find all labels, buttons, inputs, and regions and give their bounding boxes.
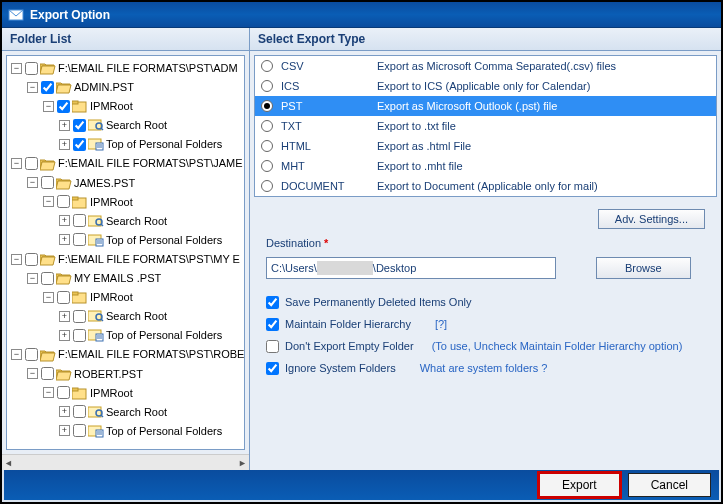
tree-checkbox[interactable] [57,386,70,399]
tree-node[interactable]: +Top of Personal Folders [59,230,242,249]
tree-node[interactable]: −IPMRoot+Search Root+Top of Personal Fol… [43,192,242,249]
tree-toggle[interactable]: − [11,63,22,74]
tree-checkbox[interactable] [41,176,54,189]
tree-checkbox[interactable] [73,329,86,342]
tree-node[interactable]: −JAMES.PST−IPMRoot+Search Root+Top of Pe… [27,173,242,249]
tree-toggle[interactable]: + [59,406,70,417]
tree-checkbox[interactable] [25,62,38,75]
tree-node[interactable]: −MY EMAILS .PST−IPMRoot+Search Root+Top … [27,268,242,344]
tree-toggle[interactable]: − [27,177,38,188]
tree-label: F:\EMAIL FILE FORMATS\PST\ADM [58,62,238,74]
tree-checkbox[interactable] [25,253,38,266]
tree-toggle[interactable]: − [11,349,22,360]
tree-node[interactable]: +Search Root [59,115,242,134]
tree-checkbox[interactable] [41,81,54,94]
export-type-txt[interactable]: TXTExport to .txt file [255,116,716,136]
tree-toggle[interactable]: + [59,215,70,226]
hierarchy-help-link[interactable]: [?] [435,318,447,330]
tree-toggle[interactable]: − [11,158,22,169]
ignore-system-checkbox[interactable] [266,362,279,375]
tree-toggle[interactable]: − [43,387,54,398]
tree-node[interactable]: +Top of Personal Folders [59,421,242,440]
folder-icon [72,386,88,400]
tree-node[interactable]: −ADMIN.PST−IPMRoot+Search Root+Top of Pe… [27,77,242,153]
export-button[interactable]: Export [539,473,620,497]
folder-open-icon [56,271,72,285]
export-type-ics[interactable]: ICSExport to ICS (Applicable only for Ca… [255,76,716,96]
save-deleted-label[interactable]: Save Permanently Deleted Items Only [285,296,471,308]
tree-toggle[interactable]: − [27,82,38,93]
tree-checkbox[interactable] [73,405,86,418]
tree-checkbox[interactable] [57,100,70,113]
export-type-csv[interactable]: CSVExport as Microsoft Comma Separated(.… [255,56,716,76]
tree-toggle[interactable]: − [27,368,38,379]
tree-toggle[interactable]: + [59,120,70,131]
adv-settings-button[interactable]: Adv. Settings... [598,209,705,229]
tree-checkbox[interactable] [73,138,86,151]
export-type-pst[interactable]: PSTExport as Microsoft Outlook (.pst) fi… [255,96,716,116]
maintain-hierarchy-label[interactable]: Maintain Folder Hierarchy [285,318,411,330]
tree-node[interactable]: −IPMRoot+Search Root+Top of Personal Fol… [43,383,242,440]
tree-toggle[interactable]: − [11,254,22,265]
destination-input[interactable]: C:\Users\ \Desktop [266,257,556,279]
tree-toggle[interactable]: + [59,330,70,341]
tree-toggle[interactable]: + [59,139,70,150]
tree-checkbox[interactable] [41,367,54,380]
export-type-html[interactable]: HTMLExport as .html File [255,136,716,156]
tree-toggle[interactable]: − [27,273,38,284]
cancel-button[interactable]: Cancel [628,473,711,497]
search-icon [88,118,104,132]
tree-label: F:\EMAIL FILE FORMATS\PST\MY E [58,253,240,265]
tree-toggle[interactable]: + [59,425,70,436]
tree-toggle[interactable]: − [43,292,54,303]
save-deleted-checkbox[interactable] [266,296,279,309]
tree-checkbox[interactable] [73,424,86,437]
tree-label: IPMRoot [90,100,133,112]
tree-checkbox[interactable] [73,310,86,323]
export-options: Save Permanently Deleted Items Only Main… [250,283,721,387]
tree-checkbox[interactable] [25,157,38,170]
tree-checkbox[interactable] [73,214,86,227]
export-type-list: CSVExport as Microsoft Comma Separated(.… [254,55,717,197]
folder-open-icon [40,157,56,171]
tree-checkbox[interactable] [57,291,70,304]
tree-node[interactable]: +Top of Personal Folders [59,134,242,153]
tree-checkbox[interactable] [73,119,86,132]
tree-label: IPMRoot [90,196,133,208]
ignore-system-label[interactable]: Ignore System Folders [285,362,396,374]
dont-export-empty-label[interactable]: Don't Export Empty Folder [285,340,414,352]
radio-icon [261,80,273,92]
dont-export-empty-checkbox[interactable] [266,340,279,353]
tree-label: Top of Personal Folders [106,234,222,246]
tree-node[interactable]: −F:\EMAIL FILE FORMATS\PST\ADM−ADMIN.PST… [11,58,242,153]
tree-node[interactable]: +Search Root [59,211,242,230]
tree-node[interactable]: +Search Root [59,402,242,421]
system-folders-link[interactable]: What are system folders ? [420,362,548,374]
tree-label: Search Root [106,215,167,227]
tree-node[interactable]: +Top of Personal Folders [59,325,242,344]
export-type-code: DOCUMENT [281,180,377,192]
folder-tree[interactable]: −F:\EMAIL FILE FORMATS\PST\ADM−ADMIN.PST… [6,55,245,450]
radio-icon [261,140,273,152]
tree-node[interactable]: −IPMRoot+Search Root+Top of Personal Fol… [43,96,242,153]
folder-icon [72,99,88,113]
export-type-document[interactable]: DOCUMENTExport to Document (Applicable o… [255,176,716,196]
browse-button[interactable]: Browse [596,257,691,279]
tree-node[interactable]: −F:\EMAIL FILE FORMATS\PST\JAME−JAMES.PS… [11,153,242,248]
tree-node[interactable]: −F:\EMAIL FILE FORMATS\PST\MY E−MY EMAIL… [11,249,242,344]
tree-checkbox[interactable] [25,348,38,361]
tree-toggle[interactable]: + [59,234,70,245]
tree-toggle[interactable]: + [59,311,70,322]
horizontal-scrollbar[interactable]: ◄► [2,454,249,470]
tree-node[interactable]: −F:\EMAIL FILE FORMATS\PST\ROBE−ROBERT.P… [11,344,242,439]
export-type-mht[interactable]: MHTExport to .mht file [255,156,716,176]
tree-toggle[interactable]: − [43,196,54,207]
tree-checkbox[interactable] [57,195,70,208]
tree-checkbox[interactable] [73,233,86,246]
tree-node[interactable]: +Search Root [59,306,242,325]
tree-toggle[interactable]: − [43,101,54,112]
tree-node[interactable]: −IPMRoot+Search Root+Top of Personal Fol… [43,287,242,344]
tree-node[interactable]: −ROBERT.PST−IPMRoot+Search Root+Top of P… [27,364,242,440]
maintain-hierarchy-checkbox[interactable] [266,318,279,331]
tree-checkbox[interactable] [41,272,54,285]
